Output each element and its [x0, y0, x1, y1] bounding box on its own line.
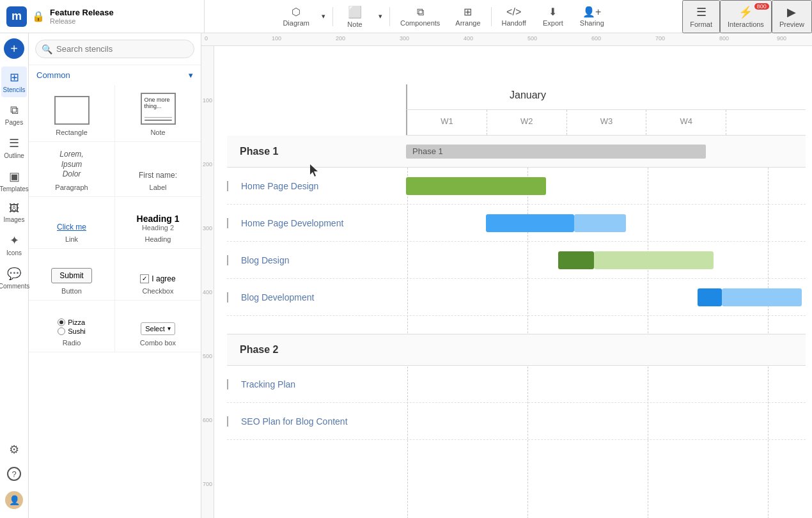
- outline-icon: ☰: [9, 136, 19, 150]
- stencil-radio[interactable]: Pizza Sushi Radio: [29, 301, 115, 352]
- stencil-label-item[interactable]: First name: Label: [115, 142, 201, 196]
- blog-dev-bar-2: [722, 288, 802, 306]
- toolbar-sep-2: [389, 7, 390, 26]
- canvas[interactable]: January Febr W1 W2 W3 W4 Phase 1 Phase 1: [214, 46, 812, 518]
- tracking-bars: [406, 366, 806, 402]
- seo-label: SEO Plan for Blog Content: [227, 416, 406, 427]
- week-w5: [726, 110, 806, 135]
- home-dev-row: Home Page Development: [227, 205, 806, 242]
- stencil-row-2: Lorem,IpsumDolor Paragraph First name: L…: [29, 142, 201, 197]
- sidebar-item-icons[interactable]: ✦ Icons: [1, 230, 27, 260]
- diagram-icon: ⬡: [292, 6, 301, 18]
- sharing-icon: 👤+: [582, 6, 601, 18]
- stencil-rectangle[interactable]: Rectangle: [29, 85, 115, 141]
- sidebar-item-pages[interactable]: ⧉ Pages: [1, 100, 27, 130]
- phase1-bars: Phase 1: [406, 136, 806, 167]
- rectangle-preview: [54, 96, 90, 125]
- format-icon: ☰: [696, 5, 707, 19]
- stencil-chevron-icon[interactable]: ▾: [189, 70, 193, 80]
- sidebar-item-images[interactable]: 🖼 Images: [1, 199, 27, 227]
- phase1-bar: Phase 1: [406, 145, 706, 159]
- stencil-note[interactable]: One more thing... Note: [115, 85, 201, 141]
- stencil-category-header: Common ▾: [29, 65, 201, 85]
- phase2-row: Phase 2: [227, 334, 806, 366]
- toolbar-sep-1: [332, 7, 333, 26]
- export-button[interactable]: ⬇ Export: [534, 0, 572, 33]
- help-button[interactable]: ?: [1, 463, 27, 485]
- diagram-dropdown[interactable]: ▾: [317, 0, 330, 33]
- ruler-v-500: 500: [203, 353, 212, 359]
- stencil-checkbox[interactable]: ✓ I agree Checkbox: [115, 249, 201, 300]
- ruler-mark-400: 400: [464, 35, 473, 42]
- interactions-icon: ⚡: [738, 5, 753, 19]
- sidebar-item-outline[interactable]: ☰ Outline: [1, 132, 27, 163]
- home-dev-bar-2: [574, 214, 626, 232]
- components-button[interactable]: ⧉ Components: [393, 0, 448, 33]
- arrange-label: Arrange: [455, 19, 480, 27]
- stencil-grid: Rectangle One more thing... Note Lorem,I…: [29, 85, 201, 518]
- stencil-paragraph[interactable]: Lorem,IpsumDolor Paragraph: [29, 142, 115, 196]
- phase1-row: Phase 1 Phase 1: [227, 136, 806, 168]
- diagram-button[interactable]: ⬡ Diagram: [275, 0, 317, 33]
- handoff-label: Handoff: [502, 19, 526, 27]
- handoff-icon: </>: [506, 6, 521, 18]
- tracking-row: Tracking Plan: [227, 366, 806, 403]
- avatar[interactable]: 👤: [1, 487, 27, 513]
- week-w3: W3: [566, 110, 646, 135]
- search-input[interactable]: [35, 40, 194, 58]
- ruler-mark-600: 600: [591, 35, 601, 42]
- select-preview: Select▾: [141, 322, 175, 335]
- sharing-button[interactable]: 👤+ Sharing: [572, 0, 612, 33]
- link-preview: Click me: [57, 223, 86, 232]
- toolbar-sep-3: [491, 7, 492, 26]
- note-dropdown[interactable]: ▾: [374, 0, 387, 33]
- rectangle-label: Rectangle: [56, 129, 88, 136]
- images-icon: 🖼: [9, 203, 19, 214]
- stencil-panel: 🔍 Common ▾ Rectangle One more thing... N…: [29, 33, 201, 518]
- note-label: Note: [347, 20, 362, 28]
- pages-icon: ⧉: [10, 104, 19, 117]
- stencil-row-5: Pizza Sushi Radio Select▾ Combo box: [29, 301, 201, 352]
- stencil-button[interactable]: Submit Button: [29, 249, 115, 300]
- app-logo[interactable]: m: [6, 6, 27, 27]
- phase2-bars: [406, 334, 806, 365]
- file-title: Feature Release: [50, 8, 114, 17]
- sidebar-item-comments[interactable]: 💬 Comments: [1, 263, 27, 294]
- sidebar-item-templates[interactable]: ▣ Templates: [1, 166, 27, 196]
- handoff-button[interactable]: </> Handoff: [494, 0, 534, 33]
- stencil-heading[interactable]: Heading 1 Heading 2 Heading: [115, 197, 201, 248]
- stencil-row-4: Submit Button ✓ I agree Checkbox: [29, 249, 201, 301]
- vertical-ruler: 100 200 300 400 500 600 700: [201, 46, 214, 518]
- home-design-row: Home Page Design: [227, 168, 806, 205]
- blog-design-bar-1: [558, 251, 594, 269]
- gantt-month-headers: January Febr: [406, 84, 806, 110]
- phase1-label: Phase 1: [227, 146, 406, 157]
- link-label: Link: [65, 235, 78, 243]
- sharing-label: Sharing: [580, 19, 604, 27]
- templates-icon: ▣: [9, 169, 20, 184]
- preview-icon: ▶: [787, 5, 796, 19]
- components-icon: ⧉: [417, 6, 424, 18]
- button-label: Button: [61, 287, 82, 295]
- radio-preview: Pizza Sushi: [58, 318, 86, 335]
- format-button[interactable]: ☰ Format: [682, 0, 720, 33]
- phase2-label: Phase 2: [227, 344, 406, 356]
- interactions-button[interactable]: ⚡ Interactions 800: [720, 0, 772, 33]
- add-button[interactable]: +: [4, 38, 24, 59]
- preview-button[interactable]: ▶ Preview: [772, 0, 812, 33]
- stencil-category-label[interactable]: Common: [36, 70, 70, 80]
- sidebar-item-stencils[interactable]: ⊞ Stencils: [1, 67, 27, 97]
- settings-icon: ⚙: [9, 443, 19, 457]
- blog-dev-bars: [406, 279, 806, 315]
- file-info: Feature Release Release: [50, 8, 114, 25]
- stencil-link[interactable]: Click me Link: [29, 197, 115, 248]
- interactions-badge: 800: [754, 3, 769, 10]
- ruler-v-100: 100: [203, 97, 212, 104]
- stencil-combobox[interactable]: Select▾ Combo box: [115, 301, 201, 352]
- home-design-bar: [406, 177, 546, 195]
- arrange-button[interactable]: ⊞ Arrange: [448, 0, 488, 33]
- settings-button[interactable]: ⚙: [1, 439, 27, 460]
- note-button[interactable]: ⬜ Note: [336, 0, 374, 33]
- home-design-bars: [406, 168, 806, 204]
- export-label: Export: [543, 19, 563, 27]
